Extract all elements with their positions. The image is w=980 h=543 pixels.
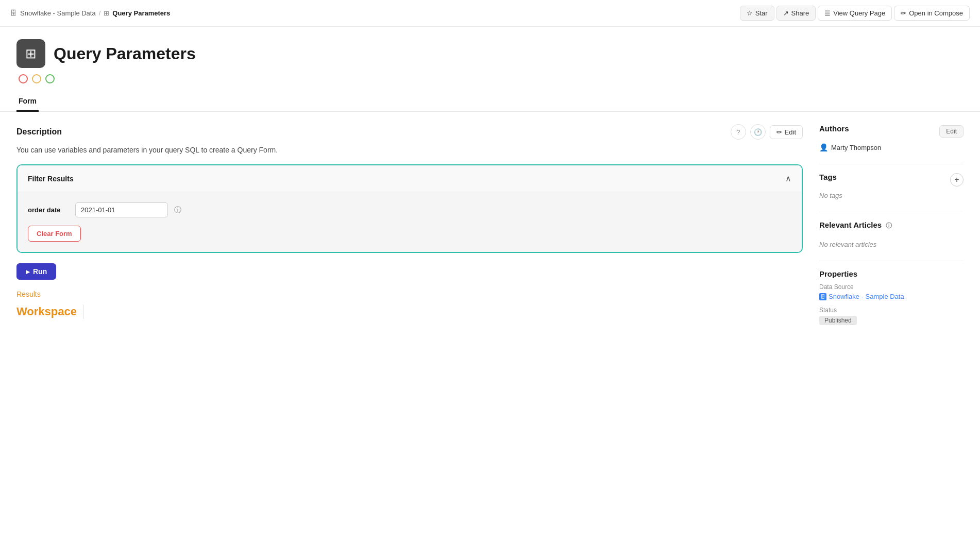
- authors-header: Authors Edit: [819, 124, 964, 138]
- results-label: Results: [16, 290, 41, 298]
- status-label: Status: [819, 307, 964, 314]
- person-icon: 👤: [819, 143, 828, 151]
- data-source-row: 🗄 Snowflake - Sample Data: [819, 293, 964, 300]
- clear-form-button[interactable]: Clear Form: [28, 226, 81, 242]
- authors-edit-label: Edit: [946, 128, 957, 135]
- tab-form-label: Form: [19, 97, 37, 105]
- content-right: Authors Edit 👤 Marty Thompson Tags: [819, 124, 964, 337]
- plus-icon: +: [954, 175, 959, 184]
- view-query-label: View Query Page: [833, 9, 885, 17]
- open-in-compose-button[interactable]: ✏ Open in Compose: [894, 6, 970, 21]
- pencil-icon: ✏: [901, 9, 906, 17]
- author-row: 👤 Marty Thompson: [819, 143, 964, 151]
- edit-pencil-icon: ✏: [776, 128, 782, 136]
- page-icon-symbol: ⊞: [25, 46, 37, 62]
- relevant-articles-info-icon: ⓘ: [886, 222, 892, 229]
- window-control-yellow[interactable]: [32, 74, 41, 83]
- tags-section: Tags + No tags: [819, 173, 964, 199]
- clear-form-label: Clear Form: [37, 230, 72, 237]
- main-layout: ⊞ Query Parameters Form Description: [0, 27, 980, 543]
- divider-3: [819, 261, 964, 261]
- data-source-label: Data Source: [819, 283, 964, 291]
- page-icon-title: ⊞ Query Parameters: [16, 39, 964, 68]
- share-label: Share: [791, 9, 809, 17]
- properties-section: Properties Data Source 🗄 Snowflake - Sam…: [819, 269, 964, 325]
- workspace-section: Workspace: [16, 304, 803, 319]
- order-date-label: order date: [28, 206, 69, 214]
- description-actions: ? 🕐 ✏ Edit: [731, 124, 803, 140]
- list-icon: ☰: [824, 9, 831, 17]
- status-value: Published: [819, 316, 964, 325]
- collapse-filter-button[interactable]: ∧: [785, 174, 791, 183]
- authors-section: Authors Edit 👤 Marty Thompson: [819, 124, 964, 151]
- history-button[interactable]: 🕐: [750, 124, 766, 140]
- properties-content: Data Source 🗄 Snowflake - Sample Data St…: [819, 283, 964, 325]
- star-label: Star: [755, 9, 768, 17]
- filter-title: Filter Results: [28, 175, 74, 183]
- divider-2: [819, 212, 964, 212]
- description-title: Description: [16, 127, 62, 137]
- share-icon: ↗: [783, 9, 789, 17]
- tabs: Form: [0, 92, 980, 112]
- divider-1: [819, 164, 964, 164]
- status-badge: Published: [819, 316, 857, 325]
- results-link[interactable]: Results: [16, 290, 803, 298]
- edit-description-button[interactable]: ✏ Edit: [770, 125, 803, 139]
- description-section-header: Description ? 🕐 ✏ Edit: [16, 124, 803, 140]
- datasource-db-icon: 🗄: [819, 293, 826, 300]
- content-split: Description ? 🕐 ✏ Edit You: [0, 112, 980, 350]
- filter-body: order date ⓘ Clear Form: [18, 192, 802, 252]
- window-control-red[interactable]: [19, 74, 28, 83]
- order-date-info-icon[interactable]: ⓘ: [174, 206, 181, 215]
- main-content: ⊞ Query Parameters Form Description: [0, 27, 980, 543]
- description-text: You can use variables and parameters in …: [16, 146, 803, 154]
- breadcrumb-parent[interactable]: Snowflake - Sample Data: [20, 9, 96, 17]
- breadcrumb-current: Query Parameters: [112, 9, 170, 17]
- filter-row-order-date: order date ⓘ: [28, 202, 791, 217]
- data-source-link[interactable]: Snowflake - Sample Data: [829, 293, 904, 300]
- relevant-articles-header: Relevant Articles ⓘ: [819, 220, 964, 235]
- question-icon: ?: [736, 128, 740, 136]
- tags-title: Tags: [819, 173, 837, 181]
- open-compose-label: Open in Compose: [909, 9, 963, 17]
- star-icon: ☆: [747, 9, 753, 17]
- tab-form[interactable]: Form: [16, 92, 39, 112]
- page-title: Query Parameters: [54, 44, 196, 63]
- relevant-articles-title: Relevant Articles ⓘ: [819, 220, 892, 230]
- help-button[interactable]: ?: [731, 124, 746, 140]
- top-nav: 🗄 Snowflake - Sample Data / ⊞ Query Para…: [0, 0, 980, 27]
- properties-title: Properties: [819, 269, 857, 278]
- add-tag-button[interactable]: +: [950, 173, 964, 186]
- page-icon: ⊞: [16, 39, 45, 68]
- breadcrumb: 🗄 Snowflake - Sample Data / ⊞ Query Para…: [10, 9, 170, 17]
- author-name: Marty Thompson: [831, 144, 881, 151]
- relevant-articles-label: Relevant Articles: [819, 220, 882, 229]
- edit-label: Edit: [785, 128, 796, 136]
- breadcrumb-separator: /: [99, 9, 101, 17]
- chevron-up-icon: ∧: [785, 174, 791, 183]
- workspace-title: Workspace: [16, 305, 77, 318]
- star-button[interactable]: ☆ Star: [740, 6, 774, 21]
- filter-box: Filter Results ∧ order date ⓘ Clear Form: [16, 164, 803, 253]
- run-button[interactable]: ▶ Run: [16, 263, 56, 280]
- share-button[interactable]: ↗ Share: [776, 6, 816, 21]
- page-header: ⊞ Query Parameters: [0, 27, 980, 83]
- clock-icon: 🕐: [754, 128, 762, 136]
- order-date-input[interactable]: [75, 202, 168, 217]
- db-icon: 🗄: [10, 9, 17, 17]
- play-icon: ▶: [26, 269, 30, 275]
- query-icon: ⊞: [104, 9, 109, 17]
- no-tags-text: No tags: [819, 192, 964, 199]
- run-label: Run: [33, 267, 47, 276]
- authors-title: Authors: [819, 124, 849, 133]
- relevant-articles-section: Relevant Articles ⓘ No relevant articles: [819, 220, 964, 248]
- authors-edit-button[interactable]: Edit: [939, 125, 964, 138]
- view-query-page-button[interactable]: ☰ View Query Page: [818, 6, 892, 21]
- filter-header: Filter Results ∧: [18, 165, 802, 192]
- workspace-divider: [83, 304, 83, 319]
- no-relevant-articles-text: No relevant articles: [819, 241, 964, 248]
- window-controls: [19, 74, 964, 83]
- content-left: Description ? 🕐 ✏ Edit You: [16, 124, 803, 337]
- window-control-green[interactable]: [45, 74, 55, 83]
- tags-header: Tags +: [819, 173, 964, 186]
